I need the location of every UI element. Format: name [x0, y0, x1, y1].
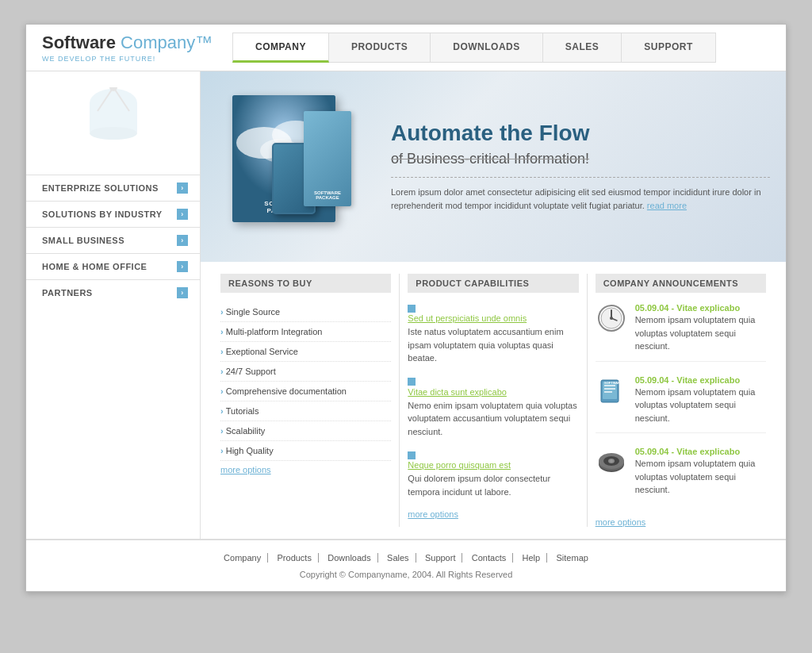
capabilities-header: PRODUCT CAPABILITIES — [408, 274, 578, 293]
footer-link-help[interactable]: Help — [516, 553, 548, 563]
reasons-list: Single Source Multi-platform Integration… — [220, 302, 391, 461]
reason-item-1: Single Source — [220, 302, 391, 322]
nav-item-support[interactable]: SUPPORT — [622, 33, 716, 63]
capability-icon-3 — [408, 451, 416, 459]
sidebar: ENTERPRIZE SOLUTIONS › SOLUTIONS BY INDU… — [26, 71, 201, 539]
footer-link-sitemap[interactable]: Sitemap — [550, 553, 595, 563]
sidebar-item-small-business-label: SMALL BUSINESS — [42, 236, 124, 245]
announcement-desc-2: Nemom ipsam voluptatem quia voluptas vol… — [635, 386, 766, 425]
hero-banner: SOFTWAREPACKAGE SOFTWARE PACKAGE Automat… — [201, 71, 786, 262]
hero-subtitle: of Business-critical Information! — [391, 151, 770, 167]
header: Software Company™ WE DEVELOP THE FUTURE!… — [26, 25, 786, 71]
sidebar-item-partners-label: PARTNERS — [42, 288, 93, 298]
footer-link-downloads[interactable]: Downloads — [321, 553, 377, 563]
capability-icon-1 — [408, 305, 416, 313]
capabilities-more-options[interactable]: more options — [408, 509, 578, 519]
capability-link-1[interactable]: Sed ut perspiciatis unde omnis — [408, 313, 578, 323]
announcement-desc-3: Nemom ipsam voluptatem quia voluptas vol… — [635, 457, 766, 497]
main-content: ENTERPRIZE SOLUTIONS › SOLUTIONS BY INDU… — [26, 71, 786, 539]
sidebar-item-home-office-label: HOME & HOME OFFICE — [42, 262, 147, 271]
nav-item-downloads[interactable]: DOWNLOADS — [431, 33, 543, 63]
capability-item-2: Vitae dicta sunt explicabo Nemo enim ips… — [408, 376, 578, 439]
disk-svg — [596, 447, 626, 477]
product-box-2-label: SOFTWARE PACKAGE — [305, 190, 350, 200]
capability-text-3: Qui dolorem ipsum dolor consectetur temp… — [408, 472, 578, 498]
nav-bar: COMPANY PRODUCTS DOWNLOADS SALES SUPPORT — [232, 33, 770, 63]
hero-text: Automate the Flow of Business-critical I… — [391, 120, 770, 213]
hero-divider — [391, 177, 770, 178]
footer: Company Products Downloads Sales Support… — [26, 539, 786, 591]
hero-product-image: SOFTWAREPACKAGE SOFTWARE PACKAGE — [216, 87, 375, 246]
footer-link-company[interactable]: Company — [217, 553, 268, 563]
svg-point-2 — [90, 127, 137, 140]
logo-tagline: WE DEVELOP THE FUTURE! — [42, 55, 216, 63]
footer-link-sales[interactable]: Sales — [381, 553, 416, 563]
announcements-header: COMPANY ANNOUNCEMENTS — [596, 274, 766, 293]
nav-item-products[interactable]: PRODUCTS — [329, 33, 431, 63]
hero-description: Lorem ipsum dolor amet consectetur adipi… — [391, 186, 770, 213]
announcement-text-3: 05.09.04 - Vitae explicabo Nemom ipsam v… — [635, 446, 766, 497]
capability-text-2: Nemo enim ipsam voluptatem quia voluptas… — [408, 399, 578, 439]
hero-title: Automate the Flow — [391, 120, 770, 147]
sidebar-arrow-partners: › — [177, 287, 188, 298]
clock-svg — [596, 303, 626, 333]
announcement-date-3[interactable]: 05.09.04 - Vitae explicabo — [635, 447, 740, 456]
reason-item-5: Comprehensive documentation — [220, 382, 391, 401]
reasons-header: REASONS TO BUY — [220, 274, 391, 293]
announcement-icon-disk — [596, 446, 627, 478]
reasons-section: REASONS TO BUY Single Source Multi-platf… — [213, 274, 400, 527]
hero-read-more-link[interactable]: read more — [647, 201, 687, 210]
footer-link-products[interactable]: Products — [271, 553, 319, 563]
logo-text: Software Company™ — [42, 33, 216, 53]
capability-link-2[interactable]: Vitae dicta sunt explicabo — [408, 387, 578, 397]
sidebar-menu: ENTERPRIZE SOLUTIONS › SOLUTIONS BY INDU… — [26, 175, 200, 305]
capability-link-3[interactable]: Neque porro quisquam est — [408, 460, 578, 470]
sidebar-item-industry[interactable]: SOLUTIONS BY INDUSTRY › — [26, 201, 200, 227]
capability-item-3: Neque porro quisquam est Qui dolorem ips… — [408, 449, 578, 498]
svg-rect-14 — [604, 388, 615, 390]
reason-item-4: 24/7 Support — [220, 362, 391, 382]
capability-item-1: Sed ut perspiciatis unde omnis Iste natu… — [408, 302, 578, 365]
announcement-desc-1: Nemom ipsam voluptatem quia voluptas vol… — [635, 313, 766, 353]
three-columns: REASONS TO BUY Single Source Multi-platf… — [201, 262, 786, 539]
svg-rect-13 — [604, 385, 615, 386]
announcement-date-1[interactable]: 05.09.04 - Vitae explicabo — [635, 303, 740, 313]
sidebar-item-enterprize[interactable]: ENTERPRIZE SOLUTIONS › — [26, 175, 200, 201]
announcements-section: COMPANY ANNOUNCEMENTS — [588, 274, 774, 527]
nav-item-sales[interactable]: SALES — [543, 33, 622, 63]
announcement-text-2: 05.09.04 - Vitae explicabo Nemom ipsam v… — [635, 375, 766, 425]
announcement-date-2[interactable]: 05.09.04 - Vitae explicabo — [635, 375, 740, 385]
sidebar-item-enterprize-label: ENTERPRIZE SOLUTIONS — [42, 183, 159, 193]
product-box-2: SOFTWARE PACKAGE — [304, 111, 351, 206]
capability-text-1: Iste natus voluptatem accusantium enim i… — [408, 325, 578, 365]
logo-software: Software — [42, 33, 116, 52]
footer-copyright: Copyright © Companyname, 2004. All Right… — [42, 570, 770, 579]
sidebar-arrow-industry: › — [177, 209, 188, 220]
sidebar-logo-area — [26, 79, 200, 167]
reasons-more-options[interactable]: more options — [220, 465, 391, 474]
sidebar-item-home-office[interactable]: HOME & HOME OFFICE › — [26, 253, 200, 279]
sidebar-item-partners[interactable]: PARTNERS › — [26, 279, 200, 305]
footer-link-contacts[interactable]: Contacts — [465, 553, 513, 563]
content-area: SOFTWAREPACKAGE SOFTWARE PACKAGE Automat… — [201, 71, 786, 539]
svg-rect-15 — [604, 391, 612, 393]
page-wrapper: Software Company™ WE DEVELOP THE FUTURE!… — [25, 24, 787, 592]
reason-item-2: Multi-platform Integration — [220, 322, 391, 342]
announcement-icon-clock — [596, 302, 627, 334]
announcement-item-2: SOFTWARE 05.09.04 - Vitae explicabo Nemo… — [596, 375, 766, 434]
capability-icon-2 — [408, 378, 416, 386]
sidebar-item-small-business[interactable]: SMALL BUSINESS › — [26, 227, 200, 253]
book-svg: SOFTWARE — [596, 375, 626, 405]
sidebar-arrow-home-office: › — [177, 261, 188, 272]
reason-item-6: Tutorials — [220, 401, 391, 421]
announcement-item-1: 05.09.04 - Vitae explicabo Nemom ipsam v… — [596, 302, 766, 362]
svg-text:SOFTWARE: SOFTWARE — [604, 381, 622, 385]
sidebar-arrow-enterprize: › — [177, 182, 188, 194]
reason-item-3: Exeptional Service — [220, 342, 391, 362]
announcement-item-3: 05.09.04 - Vitae explicabo Nemom ipsam v… — [596, 446, 766, 505]
announcements-more-options[interactable]: more options — [596, 517, 766, 527]
nav-item-company[interactable]: COMPANY — [232, 33, 329, 63]
logo: Software Company™ WE DEVELOP THE FUTURE! — [42, 33, 216, 63]
footer-link-support[interactable]: Support — [419, 553, 463, 563]
reason-item-7: Scalability — [220, 421, 391, 441]
